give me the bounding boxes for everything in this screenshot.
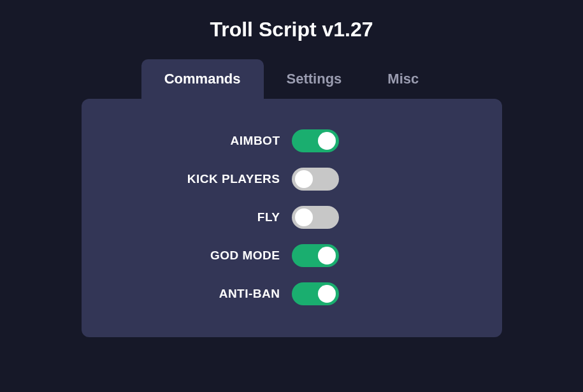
commands-panel: AIMBOT KICK PLAYERS FLY GOD MODE ANTI-BA… bbox=[82, 99, 502, 337]
command-label: KICK PLAYERS bbox=[140, 172, 280, 186]
toggle-knob bbox=[318, 285, 336, 303]
tab-misc[interactable]: Misc bbox=[364, 59, 442, 99]
toggle-knob bbox=[318, 132, 336, 150]
toggle-knob bbox=[318, 247, 336, 265]
command-row-fly: FLY bbox=[107, 206, 477, 229]
toggle-aimbot[interactable] bbox=[292, 129, 339, 152]
toggle-god-mode[interactable] bbox=[292, 244, 339, 267]
command-row-god-mode: GOD MODE bbox=[107, 244, 477, 267]
tab-settings[interactable]: Settings bbox=[264, 59, 365, 99]
command-label: FLY bbox=[140, 210, 280, 224]
command-row-anti-ban: ANTI-BAN bbox=[107, 282, 477, 305]
command-label: ANTI-BAN bbox=[140, 287, 280, 301]
tab-commands[interactable]: Commands bbox=[141, 59, 264, 99]
page-title: Troll Script v1.27 bbox=[210, 18, 373, 41]
toggle-fly[interactable] bbox=[292, 206, 339, 229]
command-row-aimbot: AIMBOT bbox=[107, 129, 477, 152]
toggle-kick-players[interactable] bbox=[292, 168, 339, 191]
command-label: AIMBOT bbox=[140, 134, 280, 148]
command-row-kick-players: KICK PLAYERS bbox=[107, 168, 477, 191]
toggle-knob bbox=[295, 170, 313, 188]
tabs: Commands Settings Misc bbox=[141, 59, 442, 99]
toggle-knob bbox=[295, 208, 313, 226]
command-label: GOD MODE bbox=[140, 249, 280, 263]
toggle-anti-ban[interactable] bbox=[292, 282, 339, 305]
